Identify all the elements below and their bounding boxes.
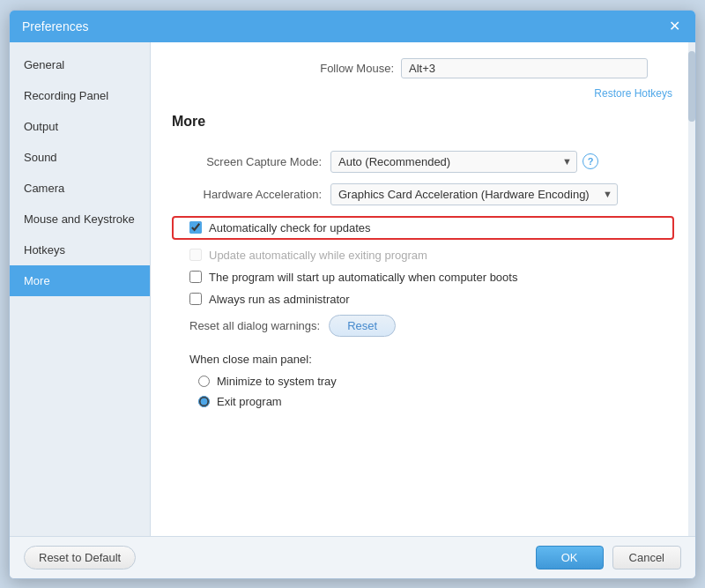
reset-dialog-label: Reset all dialog warnings: <box>189 319 320 332</box>
exit-program-radio[interactable] <box>198 396 210 407</box>
reset-to-default-button[interactable]: Reset to Default <box>24 546 136 569</box>
screen-capture-select[interactable]: Auto (Recommended) GDI DirectX OpenGL <box>330 151 577 173</box>
screen-capture-label: Screen Capture Mode: <box>172 155 322 168</box>
hardware-accel-select-wrapper: Graphics Card Acceleration (Hardware Enc… <box>330 183 618 205</box>
update-on-exit-label: Update automatically while exiting progr… <box>209 249 427 262</box>
title-bar: Preferences ✕ <box>10 11 695 42</box>
section-title: More <box>172 114 674 135</box>
minimize-tray-radio[interactable] <box>198 376 210 387</box>
sidebar-item-camera[interactable]: Camera <box>10 173 150 204</box>
admin-checkbox[interactable] <box>189 293 202 305</box>
footer-right: OK Cancel <box>536 546 681 569</box>
close-button[interactable]: ✕ <box>665 18 683 35</box>
minimize-tray-row: Minimize to system tray <box>189 375 674 388</box>
hardware-accel-select[interactable]: Graphics Card Acceleration (Hardware Enc… <box>330 183 618 205</box>
auto-update-label[interactable]: Automatically check for updates <box>209 221 371 234</box>
sidebar-item-sound[interactable]: Sound <box>10 142 150 173</box>
reset-dialog-row: Reset all dialog warnings: Reset <box>172 315 674 337</box>
startup-label[interactable]: The program will start up automatically … <box>209 271 517 284</box>
cancel-button[interactable]: Cancel <box>612 546 681 569</box>
update-on-exit-checkbox[interactable] <box>189 249 202 261</box>
follow-mouse-label: Follow Mouse: <box>320 62 394 75</box>
main-content: Follow Mouse: Restore Hotkeys More Scree… <box>151 42 695 536</box>
sidebar-item-hotkeys[interactable]: Hotkeys <box>10 234 150 265</box>
hardware-accel-row: Hardware Acceleration: Graphics Card Acc… <box>172 183 674 205</box>
update-on-exit-row: Update automatically while exiting progr… <box>172 249 674 262</box>
auto-update-row: Automatically check for updates <box>172 216 674 240</box>
restore-hotkeys-link[interactable]: Restore Hotkeys <box>172 87 674 100</box>
exit-program-row: Exit program <box>189 395 674 408</box>
help-icon[interactable]: ? <box>583 153 598 169</box>
dialog-body: General Recording Panel Output Sound Cam… <box>10 42 695 536</box>
reset-dialog-button[interactable]: Reset <box>329 315 396 337</box>
preferences-dialog: Preferences ✕ General Recording Panel Ou… <box>9 10 696 579</box>
dialog-title: Preferences <box>22 19 88 33</box>
follow-mouse-row: Follow Mouse: <box>172 58 674 78</box>
admin-row: Always run as administrator <box>172 293 674 306</box>
exit-program-label[interactable]: Exit program <box>217 395 282 408</box>
screen-capture-row: Screen Capture Mode: Auto (Recommended) … <box>172 151 674 173</box>
follow-mouse-input[interactable] <box>401 58 648 78</box>
admin-label[interactable]: Always run as administrator <box>209 293 350 306</box>
sidebar: General Recording Panel Output Sound Cam… <box>10 42 151 536</box>
dialog-footer: Reset to Default OK Cancel <box>10 536 695 578</box>
minimize-tray-label[interactable]: Minimize to system tray <box>217 375 337 388</box>
close-panel-section: When close main panel: Minimize to syste… <box>172 353 674 408</box>
close-panel-label: When close main panel: <box>189 353 674 366</box>
sidebar-item-general[interactable]: General <box>10 49 150 80</box>
startup-checkbox[interactable] <box>189 271 202 283</box>
startup-row: The program will start up automatically … <box>172 271 674 284</box>
sidebar-item-recording-panel[interactable]: Recording Panel <box>10 80 150 111</box>
scrollbar-track <box>688 42 695 536</box>
auto-update-checkbox[interactable] <box>189 221 202 234</box>
hardware-accel-label: Hardware Acceleration: <box>172 188 322 201</box>
sidebar-item-output[interactable]: Output <box>10 111 150 142</box>
scrollbar-thumb[interactable] <box>688 51 695 122</box>
screen-capture-select-wrapper: Auto (Recommended) GDI DirectX OpenGL ▼ <box>330 151 577 173</box>
sidebar-item-more[interactable]: More <box>10 265 150 296</box>
ok-button[interactable]: OK <box>536 546 604 569</box>
sidebar-item-mouse-keystroke[interactable]: Mouse and Keystroke <box>10 204 150 234</box>
